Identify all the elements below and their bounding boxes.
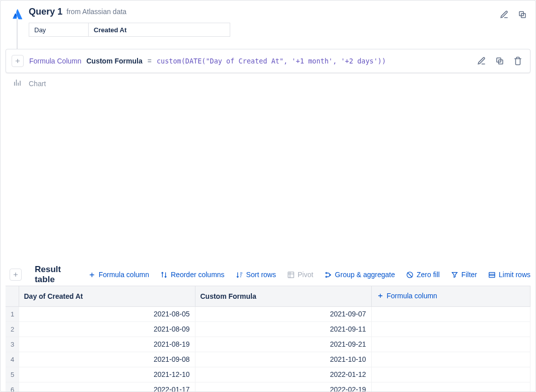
chart-icon: [13, 78, 22, 89]
cell-custom-formula: 2021-09-11: [195, 321, 371, 337]
row-number: 4: [6, 352, 19, 367]
edit-formula-button[interactable]: [474, 53, 490, 69]
chart-label: Chart: [29, 80, 46, 88]
chart-row[interactable]: Chart: [6, 78, 530, 89]
table-row[interactable]: 22021-08-092021-09-11: [6, 321, 530, 337]
atlassian-icon: [12, 9, 23, 22]
tool-formula-column[interactable]: Formula column: [88, 271, 149, 279]
table-row[interactable]: 12021-08-052021-09-07: [6, 306, 530, 321]
table-row[interactable]: 42021-09-082021-10-10: [6, 352, 530, 367]
query-title[interactable]: Query 1: [29, 7, 62, 17]
row-number: 6: [6, 382, 19, 391]
cell-empty: [371, 321, 530, 337]
tool-zero-fill[interactable]: Zero fill: [406, 271, 440, 279]
formula-row: Formula Column Custom Formula = custom(D…: [6, 49, 530, 73]
svg-point-6: [325, 276, 327, 278]
tool-limit-rows[interactable]: Limit rows: [488, 271, 530, 279]
delete-formula-button[interactable]: [510, 53, 526, 69]
formula-column-label: Formula Column: [29, 57, 81, 65]
result-title: Result table: [35, 265, 77, 285]
table-row[interactable]: 32021-08-192021-09-21: [6, 337, 530, 352]
cell-custom-formula: 2021-09-07: [195, 306, 371, 321]
cell-empty: [371, 306, 530, 321]
cell-day-of-created-at: 2021-08-05: [19, 306, 195, 321]
copy-query-button[interactable]: [514, 7, 530, 23]
cell-day-of-created-at: 2021-12-10: [19, 367, 195, 382]
query-cell-day[interactable]: Day: [29, 23, 88, 37]
table-row[interactable]: 62022-01-172022-02-19: [6, 382, 530, 391]
tool-reorder-columns[interactable]: Reorder columns: [160, 271, 225, 279]
cell-empty: [371, 382, 530, 391]
cell-day-of-created-at: 2021-08-19: [19, 337, 195, 352]
cell-custom-formula: 2021-09-21: [195, 337, 371, 352]
col-header-add-formula[interactable]: Formula column: [371, 286, 530, 306]
cell-empty: [371, 337, 530, 352]
cell-custom-formula: 2022-02-19: [195, 382, 371, 391]
svg-point-5: [325, 272, 327, 274]
copy-formula-button[interactable]: [492, 53, 508, 69]
svg-rect-4: [288, 272, 294, 277]
col-header-day-of-created-at[interactable]: Day of Created At: [19, 286, 195, 306]
row-number: 5: [6, 367, 19, 382]
query-header: Query 1 from Atlassian data Day Created …: [6, 6, 530, 37]
query-cell-created-at[interactable]: Created At: [88, 23, 230, 37]
tool-filter[interactable]: Filter: [451, 271, 477, 279]
result-table: Day of Created At Custom Formula Formula…: [6, 286, 530, 391]
cell-day-of-created-at: 2021-08-09: [19, 321, 195, 337]
row-number-header: [6, 286, 19, 306]
result-header: Result table Formula column Reorder colu…: [6, 265, 530, 285]
tool-pivot: Pivot: [287, 271, 313, 279]
formula-expression[interactable]: custom(DATE("Day of Created At", '+1 mon…: [157, 57, 386, 65]
equals-sign: =: [148, 57, 152, 65]
cell-day-of-created-at: 2021-09-08: [19, 352, 195, 367]
svg-point-7: [329, 274, 331, 276]
svg-rect-9: [489, 272, 495, 277]
cell-day-of-created-at: 2022-01-17: [19, 382, 195, 391]
formula-name[interactable]: Custom Formula: [86, 57, 142, 65]
row-number: 2: [6, 321, 19, 337]
cell-custom-formula: 2022-01-12: [195, 367, 371, 382]
table-row[interactable]: 52021-12-102022-01-12: [6, 367, 530, 382]
edit-query-button[interactable]: [496, 7, 512, 23]
col-header-custom-formula[interactable]: Custom Formula: [195, 286, 371, 306]
tool-group-aggregate[interactable]: Group & aggregate: [324, 271, 395, 279]
cell-empty: [371, 352, 530, 367]
query-from: from Atlassian data: [66, 8, 126, 16]
add-step-button[interactable]: [12, 55, 24, 67]
row-number: 3: [6, 337, 19, 352]
tool-sort-rows[interactable]: Sort rows: [236, 271, 276, 279]
row-number: 1: [6, 306, 19, 321]
cell-empty: [371, 367, 530, 382]
cell-custom-formula: 2021-10-10: [195, 352, 371, 367]
add-result-step-button[interactable]: [10, 269, 22, 281]
